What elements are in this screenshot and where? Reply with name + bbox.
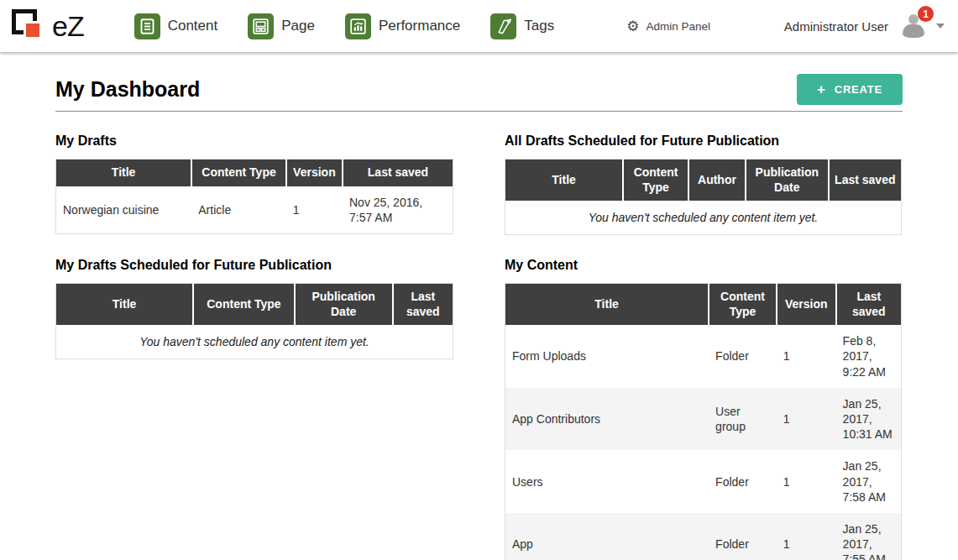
- table-row[interactable]: Form Uploads Folder 1 Feb 8, 2017, 9:22 …: [505, 325, 902, 388]
- section-my-drafts-scheduled: My Drafts Scheduled for Future Publicati…: [55, 258, 453, 359]
- table-row[interactable]: Norwegian cuisine Article 1 Nov 25, 2016…: [56, 186, 453, 234]
- nav-item-performance[interactable]: Performance: [345, 13, 460, 39]
- column-header: Last saved: [393, 284, 453, 326]
- column-header: Last saved: [829, 160, 902, 201]
- section-my-drafts: My Drafts Title Content Type Version Las…: [55, 133, 453, 234]
- cell-content-type: Folder: [709, 325, 777, 388]
- table-row[interactable]: App Contributors User group 1 Jan 25, 20…: [505, 388, 902, 451]
- gear-icon: ⚙: [626, 19, 639, 34]
- nav-label-page: Page: [281, 18, 315, 34]
- logo-text: eZ: [52, 10, 84, 43]
- content-icon: [134, 13, 160, 39]
- column-header: Version: [286, 160, 343, 186]
- tags-icon: [490, 13, 516, 39]
- all-drafts-scheduled-table: Title Content Type Author Publication Da…: [505, 159, 902, 235]
- page-header: My Dashboard + CREATE: [55, 74, 903, 112]
- cell-version: 1: [286, 186, 343, 234]
- table-header-row: Title Content Type Version Last saved: [505, 284, 902, 326]
- table-row[interactable]: App Folder 1 Jan 25, 2017, 7:55 AM: [505, 513, 902, 560]
- cell-last-saved: Jan 25, 2017, 10:31 AM: [836, 388, 902, 451]
- nav-item-content[interactable]: Content: [134, 13, 218, 39]
- section-title-my-drafts: My Drafts: [55, 133, 453, 149]
- cell-title: App: [505, 513, 709, 560]
- nav-label-content: Content: [168, 18, 218, 34]
- cell-title: App Contributors: [505, 388, 709, 451]
- cell-title: Form Uploads: [505, 325, 709, 388]
- nav-label-tags: Tags: [524, 18, 554, 34]
- column-header: Title: [56, 160, 192, 186]
- table-row[interactable]: Users Folder 1 Jan 25, 2017, 7:58 AM: [505, 450, 902, 513]
- my-drafts-table: Title Content Type Version Last saved No…: [55, 159, 453, 234]
- section-title-my-drafts-scheduled: My Drafts Scheduled for Future Publicati…: [55, 258, 453, 273]
- page-icon: [248, 13, 274, 39]
- user-name: Administrator User: [784, 19, 888, 34]
- cell-content-type: User group: [709, 388, 777, 451]
- column-header: Content Type: [623, 160, 688, 201]
- dashboard-sections: My Drafts Title Content Type Version Las…: [55, 133, 903, 560]
- cell-last-saved: Jan 25, 2017, 7:58 AM: [836, 450, 902, 513]
- column-header: Publication Date: [746, 160, 829, 201]
- nav-item-tags[interactable]: Tags: [490, 13, 554, 39]
- column-header: Publication Date: [295, 284, 393, 326]
- section-title-all-drafts-scheduled: All Drafts Scheduled for Future Publicat…: [505, 133, 902, 149]
- empty-state-row: You haven't scheduled any content item y…: [56, 325, 453, 359]
- cell-version: 1: [777, 388, 836, 451]
- section-all-drafts-scheduled: All Drafts Scheduled for Future Publicat…: [505, 133, 902, 235]
- column-header: Title: [505, 160, 624, 201]
- admin-panel-button[interactable]: ⚙ Admin Panel: [626, 19, 710, 34]
- logo-orange-square: [24, 21, 42, 39]
- column-header: Title: [56, 284, 194, 326]
- column-header: Last saved: [836, 284, 902, 326]
- section-my-content: My Content Title Content Type Version La…: [505, 258, 902, 560]
- avatar-body: [903, 24, 924, 38]
- cell-last-saved: Nov 25, 2016, 7:57 AM: [343, 186, 453, 234]
- ez-logo[interactable]: eZ: [12, 8, 84, 44]
- column-header: Title: [505, 284, 709, 326]
- create-button[interactable]: + CREATE: [797, 74, 903, 105]
- cell-title: Norwegian cuisine: [56, 186, 192, 234]
- user-menu[interactable]: Administrator User 1: [784, 13, 945, 39]
- chevron-down-icon: [936, 24, 945, 29]
- user-avatar-icon: 1: [900, 13, 929, 39]
- create-button-label: CREATE: [835, 83, 882, 96]
- plus-icon: +: [817, 84, 826, 96]
- notification-badge[interactable]: 1: [918, 6, 934, 22]
- cell-version: 1: [777, 325, 836, 388]
- column-header: Last saved: [343, 160, 453, 186]
- column-header: Version: [777, 284, 836, 326]
- my-content-table: Title Content Type Version Last saved Fo…: [505, 283, 902, 560]
- my-drafts-scheduled-table: Title Content Type Publication Date Last…: [55, 283, 453, 359]
- table-header-row: Title Content Type Publication Date Last…: [56, 284, 453, 326]
- nav-item-page[interactable]: Page: [248, 13, 315, 39]
- empty-state-message: You haven't scheduled any content item y…: [505, 201, 902, 235]
- page-title: My Dashboard: [55, 77, 200, 102]
- empty-state-message: You haven't scheduled any content item y…: [56, 325, 453, 359]
- column-header: Content Type: [709, 284, 777, 326]
- column-header: Content Type: [193, 284, 295, 326]
- cell-content-type: Folder: [709, 513, 777, 560]
- cell-version: 1: [777, 450, 836, 513]
- admin-panel-label: Admin Panel: [646, 20, 710, 33]
- nav-label-performance: Performance: [379, 18, 460, 34]
- top-navigation-bar: eZ Content Page Performance Tags ⚙ Admin…: [0, 0, 958, 52]
- ez-logo-icon: [12, 8, 50, 44]
- cell-last-saved: Jan 25, 2017, 7:55 AM: [836, 513, 902, 560]
- empty-state-row: You haven't scheduled any content item y…: [505, 201, 902, 235]
- column-header: Content Type: [191, 160, 286, 186]
- cell-title: Users: [505, 450, 709, 513]
- section-title-my-content: My Content: [505, 258, 902, 273]
- cell-content-type: Folder: [709, 450, 777, 513]
- column-header: Author: [688, 160, 746, 201]
- cell-last-saved: Feb 8, 2017, 9:22 AM: [836, 325, 902, 388]
- table-header-row: Title Content Type Version Last saved: [56, 160, 453, 186]
- dashboard-main: My Dashboard + CREATE My Drafts Title Co…: [0, 52, 958, 560]
- cell-content-type: Article: [191, 186, 286, 234]
- performance-icon: [345, 13, 371, 39]
- table-header-row: Title Content Type Author Publication Da…: [505, 160, 902, 201]
- cell-version: 1: [777, 513, 836, 560]
- avatar-head: [908, 14, 919, 24]
